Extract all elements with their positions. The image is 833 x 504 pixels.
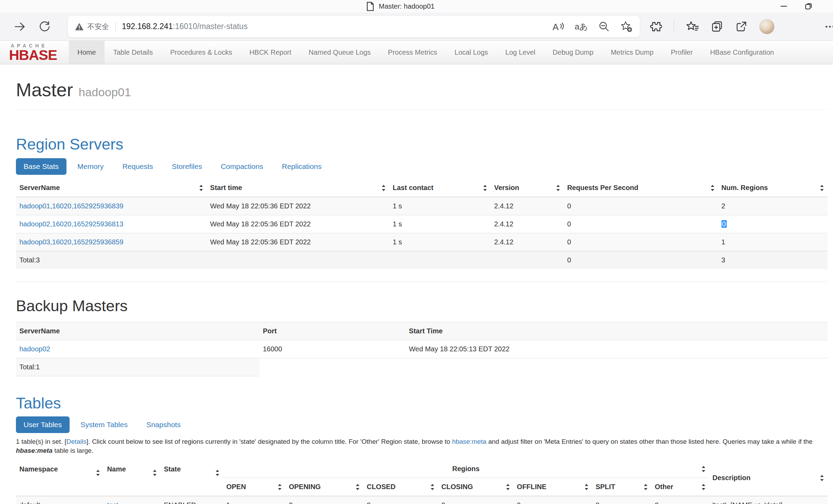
sort-icon[interactable] bbox=[356, 483, 360, 491]
hbase-navbar: APACHE HBASE Home Table Details Procedur… bbox=[0, 41, 833, 64]
svg-text:A: A bbox=[553, 22, 559, 32]
url-host: 192.168.2.241 bbox=[122, 22, 173, 31]
col-closing: CLOSING bbox=[438, 478, 513, 496]
col-closed: CLOSED bbox=[363, 478, 438, 496]
col-port: Port bbox=[259, 322, 405, 340]
sort-icon[interactable] bbox=[701, 465, 706, 473]
page-icon bbox=[366, 2, 374, 11]
tables-tabs: User Tables System Tables Snapshots bbox=[16, 416, 827, 433]
details-link[interactable]: Details bbox=[66, 438, 87, 445]
tab-compactions[interactable]: Compactions bbox=[213, 158, 271, 175]
translate-icon[interactable]: aあ bbox=[575, 21, 588, 32]
total-row: Total:3 0 3 bbox=[16, 251, 827, 269]
sort-icon[interactable] bbox=[820, 474, 824, 482]
settings-menu-icon[interactable] bbox=[825, 24, 833, 30]
section-divider bbox=[16, 281, 827, 282]
sort-icon[interactable] bbox=[278, 483, 282, 491]
tab-requests[interactable]: Requests bbox=[115, 158, 161, 175]
not-secure-label[interactable]: 不安全 bbox=[87, 22, 109, 32]
sort-icon[interactable] bbox=[382, 184, 386, 192]
sort-icon[interactable] bbox=[199, 184, 203, 192]
sort-icon[interactable] bbox=[506, 483, 510, 491]
col-split: SPLIT bbox=[592, 478, 651, 496]
tables-note: 1 table(s) in set. [Details]. Click coun… bbox=[16, 437, 827, 455]
sort-icon[interactable] bbox=[556, 184, 560, 192]
sort-icon[interactable] bbox=[644, 483, 648, 491]
col-open: OPEN bbox=[223, 478, 285, 496]
regionserver-link[interactable]: hadoop02,16020,1652925936813 bbox=[19, 220, 123, 228]
browser-toolbar: 不安全 192.168.2.241:16010/master-status A … bbox=[0, 12, 833, 41]
col-requests-per-second: Requests Per Second bbox=[564, 179, 718, 197]
region-servers-table: ServerName Start time Last contact Versi… bbox=[16, 179, 827, 269]
tab-title: Master: hadoop01 bbox=[379, 2, 435, 10]
sort-icon[interactable] bbox=[710, 184, 715, 192]
nav-item-process-metrics[interactable]: Process Metrics bbox=[379, 41, 446, 64]
sort-icon[interactable] bbox=[215, 469, 220, 477]
address-bar[interactable]: 不安全 192.168.2.241:16010/master-status A … bbox=[68, 16, 640, 37]
restore-button[interactable] bbox=[796, 0, 821, 12]
profile-avatar[interactable] bbox=[759, 19, 774, 34]
regionserver-link[interactable]: hadoop01,16020,1652925936839 bbox=[19, 202, 123, 210]
user-tables-table: Namespace Name State Regions Description… bbox=[16, 460, 827, 504]
nav-item-metrics-dump[interactable]: Metrics Dump bbox=[602, 41, 662, 64]
share-icon[interactable] bbox=[735, 20, 747, 33]
sort-icon[interactable] bbox=[96, 469, 100, 477]
nav-item-hbase-configuration[interactable]: HBase Configuration bbox=[701, 41, 783, 64]
page-header: Masterhadoop01 bbox=[16, 64, 827, 110]
total-label: Total:1 bbox=[16, 358, 259, 376]
reload-button[interactable] bbox=[37, 19, 53, 35]
reload-icon bbox=[38, 20, 51, 33]
page-subtitle: hadoop01 bbox=[79, 86, 131, 99]
sort-icon[interactable] bbox=[430, 483, 435, 491]
table-row: hadoop02,16020,1652925936813 Wed May 18 … bbox=[16, 215, 827, 233]
url-text[interactable]: 192.168.2.241:16010/master-status bbox=[122, 22, 545, 31]
nav-item-profiler[interactable]: Profiler bbox=[662, 41, 701, 64]
col-offline: OFFLINE bbox=[513, 478, 592, 496]
add-favorite-icon[interactable] bbox=[620, 21, 633, 33]
nav-item-hbck-report[interactable]: HBCK Report bbox=[241, 41, 300, 64]
tab-memory[interactable]: Memory bbox=[70, 158, 111, 175]
backup-master-link[interactable]: hadoop02 bbox=[19, 345, 50, 353]
nav-item-table-details[interactable]: Table Details bbox=[105, 41, 162, 64]
forward-button[interactable] bbox=[12, 19, 28, 35]
col-start-time: Start Time bbox=[405, 322, 827, 340]
favorites-icon[interactable] bbox=[686, 21, 699, 33]
read-aloud-icon[interactable]: A bbox=[552, 21, 564, 32]
tab-replications[interactable]: Replications bbox=[274, 158, 329, 175]
collections-icon[interactable] bbox=[711, 20, 723, 33]
browser-tab[interactable]: Master: hadoop01 bbox=[366, 1, 435, 12]
minimize-button[interactable] bbox=[771, 0, 796, 12]
extensions-icon[interactable] bbox=[650, 20, 662, 33]
col-state: State bbox=[160, 460, 223, 496]
table-row: hadoop01,16020,1652925936839 Wed May 18 … bbox=[16, 197, 827, 215]
nav-item-debug-dump[interactable]: Debug Dump bbox=[544, 41, 602, 64]
col-name: Name bbox=[104, 460, 160, 496]
col-version: Version bbox=[491, 179, 564, 197]
table-group-header-row: Namespace Name State Regions Description bbox=[16, 460, 827, 478]
tab-user-tables[interactable]: User Tables bbox=[16, 416, 70, 433]
hbase-logo[interactable]: APACHE HBASE bbox=[5, 41, 69, 64]
logo-hbase-text: HBASE bbox=[9, 49, 57, 62]
nav-item-local-logs[interactable]: Local Logs bbox=[446, 41, 497, 64]
regionserver-link[interactable]: hadoop03,16020,1652925936859 bbox=[19, 238, 123, 246]
tab-snapshots[interactable]: Snapshots bbox=[139, 416, 188, 433]
sort-icon[interactable] bbox=[701, 483, 706, 491]
sort-icon[interactable] bbox=[483, 184, 487, 192]
table-name-link[interactable]: test bbox=[107, 501, 118, 504]
col-num-regions: Num. Regions bbox=[718, 179, 827, 197]
col-servername: ServerName bbox=[16, 179, 207, 197]
tab-storefiles[interactable]: Storefiles bbox=[164, 158, 210, 175]
nav-item-procedures-locks[interactable]: Procedures & Locks bbox=[161, 41, 241, 64]
sort-icon[interactable] bbox=[820, 184, 824, 192]
sort-icon[interactable] bbox=[584, 483, 589, 491]
nav-item-named-queue-logs[interactable]: Named Queue Logs bbox=[300, 41, 379, 64]
tab-base-stats[interactable]: Base Stats bbox=[16, 158, 66, 175]
backup-masters-heading: Backup Masters bbox=[16, 297, 827, 315]
zoom-out-icon[interactable] bbox=[598, 21, 610, 33]
not-secure-warning-icon[interactable] bbox=[75, 22, 84, 31]
hbase-meta-link[interactable]: hbase:meta bbox=[452, 438, 486, 445]
sort-icon[interactable] bbox=[153, 469, 157, 477]
nav-item-log-level[interactable]: Log Level bbox=[497, 41, 544, 64]
nav-item-home[interactable]: Home bbox=[69, 41, 105, 64]
tab-system-tables[interactable]: System Tables bbox=[73, 416, 135, 433]
